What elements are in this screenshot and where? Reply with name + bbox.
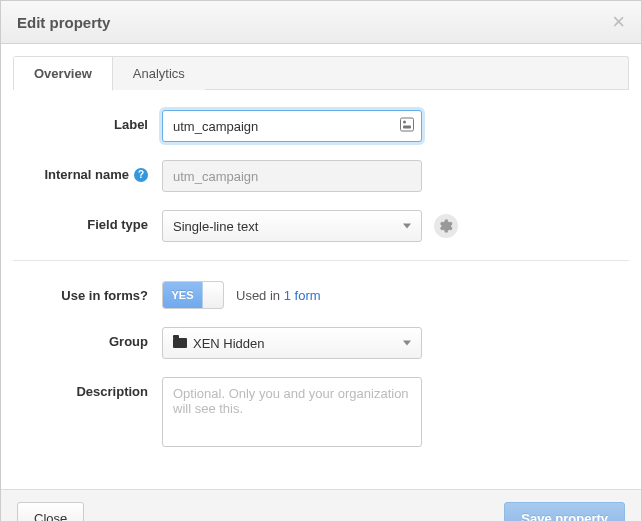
tabs: Overview Analytics <box>13 56 629 90</box>
use-in-forms-toggle[interactable]: YES <box>162 281 224 309</box>
tab-analytics[interactable]: Analytics <box>113 57 205 90</box>
label-description: Description <box>37 377 162 399</box>
contact-card-icon <box>400 118 414 135</box>
used-in-text: Used in 1 form <box>236 288 321 303</box>
tab-panel-overview: Label Internal name ? Field type Single-… <box>13 89 629 489</box>
edit-property-dialog: Edit property × Overview Analytics Label… <box>0 0 642 521</box>
field-type-select[interactable]: Single-line text <box>162 210 422 242</box>
folder-icon <box>173 336 193 351</box>
label-input[interactable] <box>162 110 422 142</box>
close-icon[interactable]: × <box>612 11 625 33</box>
close-button[interactable]: Close <box>17 502 84 521</box>
label-field-type: Field type <box>37 210 162 232</box>
tab-overview[interactable]: Overview <box>14 57 113 91</box>
gear-icon[interactable] <box>434 214 458 238</box>
internal-name-input <box>162 160 422 192</box>
dialog-title: Edit property <box>17 14 110 31</box>
toggle-knob <box>203 282 223 308</box>
group-select[interactable]: XEN Hidden <box>162 327 422 359</box>
description-textarea[interactable] <box>162 377 422 447</box>
used-in-link[interactable]: 1 form <box>284 288 321 303</box>
help-icon[interactable]: ? <box>134 168 148 182</box>
divider <box>13 260 629 261</box>
save-property-button[interactable]: Save property <box>504 502 625 521</box>
label-group: Group <box>37 327 162 349</box>
chevron-down-icon <box>403 224 411 229</box>
dialog-header: Edit property × <box>1 1 641 44</box>
label-label: Label <box>37 110 162 132</box>
label-internal-name: Internal name ? <box>37 160 162 182</box>
dialog-footer: Close Save property <box>1 489 641 521</box>
label-use-in-forms: Use in forms? <box>37 281 162 303</box>
chevron-down-icon <box>403 341 411 346</box>
